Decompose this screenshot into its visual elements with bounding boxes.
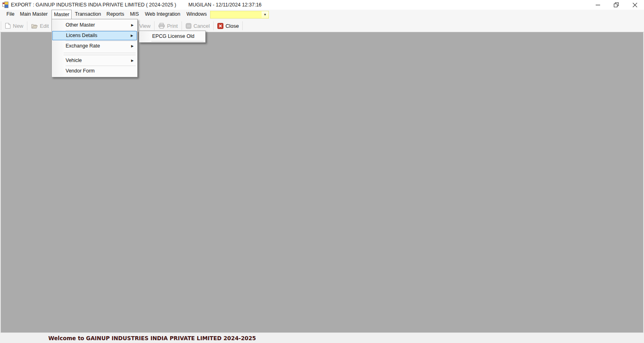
statusbar: Welcome to GAINUP INDUSTRIES INDIA PRIVA… xyxy=(0,333,644,343)
menu-web-integration[interactable]: Web Integration xyxy=(142,10,183,19)
close-x-icon xyxy=(217,23,223,29)
menu-item-label: Licens Details xyxy=(66,33,97,38)
menu-item-epcg-license-old[interactable]: EPCG License Old xyxy=(139,32,205,41)
submenu-arrow-icon: ▶ xyxy=(131,56,134,65)
menu-separator xyxy=(57,55,136,55)
menu-separator xyxy=(66,30,136,31)
new-button[interactable]: New xyxy=(2,21,26,31)
welcome-message: Welcome to GAINUP INDUSTRIES INDIA PRIVA… xyxy=(48,333,256,343)
view-button-label: View xyxy=(139,23,151,29)
cancel-button[interactable]: Cancel xyxy=(183,21,212,31)
menu-separator xyxy=(57,53,136,53)
minimize-icon[interactable] xyxy=(588,0,607,10)
menu-item-label: EPCG License Old xyxy=(152,33,194,39)
app-icon xyxy=(2,2,9,8)
app-window: EXPORT : GAINUP INDUSTRIES INDIA PRIVATE… xyxy=(0,0,644,343)
printer-icon xyxy=(158,23,165,29)
toolbar-separator xyxy=(242,21,243,30)
toolbar-separator xyxy=(154,21,155,30)
cancel-icon xyxy=(186,23,192,29)
cancel-button-label: Cancel xyxy=(194,23,210,29)
menu-separator xyxy=(66,66,136,66)
edit-button-label: Edit xyxy=(40,23,49,29)
menu-item-licens-details[interactable]: Licens Details ▶ xyxy=(52,31,137,40)
menu-master[interactable]: Master xyxy=(52,10,72,19)
menu-item-label: Vendor Form xyxy=(66,68,95,74)
menu-item-vehicle[interactable]: Vehicle ▶ xyxy=(52,56,137,65)
submenu-arrow-icon: ▶ xyxy=(131,21,134,30)
master-menu-popup: Other Master ▶ Licens Details ▶ Exchange… xyxy=(52,19,138,77)
close-icon[interactable] xyxy=(625,0,644,10)
restore-icon[interactable] xyxy=(607,0,625,10)
menu-item-other-master[interactable]: Other Master ▶ xyxy=(52,21,137,30)
new-button-label: New xyxy=(13,23,23,29)
close-button[interactable]: Close xyxy=(215,21,241,31)
toolbar-separator xyxy=(182,21,182,30)
window-title: EXPORT : GAINUP INDUSTRIES INDIA PRIVATE… xyxy=(11,0,176,10)
print-button[interactable]: Print xyxy=(156,21,180,31)
menu-reports[interactable]: Reports xyxy=(104,10,127,19)
submenu-arrow-icon: ▶ xyxy=(131,41,134,51)
session-info: MUGILAN - 12/11/2024 12:37:16 xyxy=(188,0,262,10)
window-controls xyxy=(588,0,644,10)
chevron-down-icon[interactable]: ▼ xyxy=(262,11,268,18)
menu-file[interactable]: File xyxy=(3,10,18,19)
menu-item-label: Vehicle xyxy=(66,58,82,63)
menu-transaction[interactable]: Transaction xyxy=(73,10,103,19)
menu-mis[interactable]: MIS xyxy=(128,10,141,19)
toolbar-separator xyxy=(1,21,1,30)
toolbar-separator xyxy=(213,21,214,30)
menu-windows[interactable]: Windows xyxy=(184,10,209,19)
open-folder-icon xyxy=(31,23,38,29)
submenu-arrow-icon: ▶ xyxy=(131,31,133,40)
menubar: File Main Master Master Transaction Repo… xyxy=(0,10,644,19)
menu-main-master[interactable]: Main Master xyxy=(18,10,50,19)
menu-item-vendor-form[interactable]: Vendor Form xyxy=(52,66,137,76)
menu-separator xyxy=(66,41,136,41)
licens-details-submenu-popup: EPCG License Old xyxy=(139,31,206,43)
toolbar-separator xyxy=(27,21,27,30)
menu-item-label: Other Master xyxy=(66,22,95,28)
close-button-label: Close xyxy=(225,23,239,29)
print-button-label: Print xyxy=(167,23,178,29)
menu-separator xyxy=(151,41,204,41)
menu-item-exchange-rate[interactable]: Exchange Rate ▶ xyxy=(52,41,137,51)
edit-button[interactable]: Edit xyxy=(29,21,51,31)
titlebar: EXPORT : GAINUP INDUSTRIES INDIA PRIVATE… xyxy=(0,0,644,10)
quick-search-combo[interactable]: ▼ xyxy=(210,11,269,19)
menu-item-label: Exchange Rate xyxy=(66,43,100,49)
new-document-icon xyxy=(5,23,11,29)
